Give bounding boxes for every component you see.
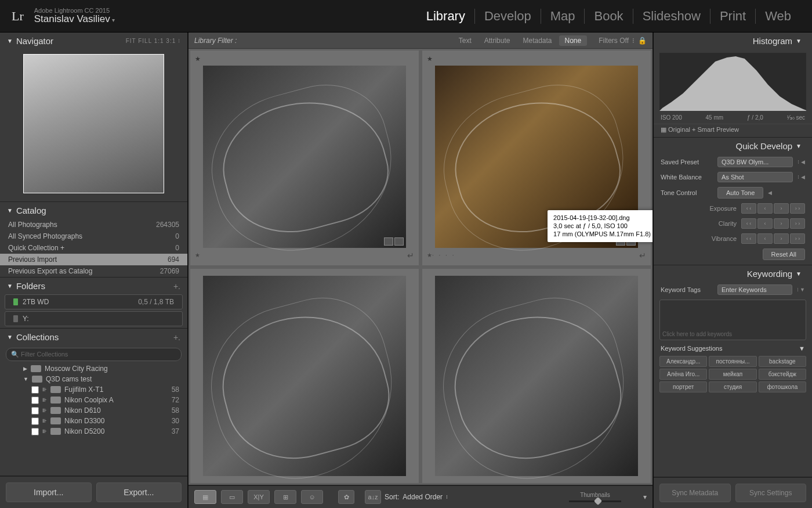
survey-view-button[interactable]: ⊞	[274, 490, 296, 504]
grid-cell[interactable]	[190, 269, 419, 484]
rating-dots[interactable]: · · · ·	[432, 252, 455, 258]
catalog-header[interactable]: ▼ Catalog	[0, 202, 187, 219]
people-view-button[interactable]: ☺	[301, 490, 323, 504]
module-develop[interactable]: Develop	[474, 9, 541, 24]
catalog-item[interactable]: All Photographs264305	[0, 219, 187, 230]
module-slideshow[interactable]: Slideshow	[633, 9, 710, 24]
folder-item[interactable]: 2TB WD0,5 / 1,8 TB	[5, 294, 183, 309]
collection-item[interactable]: ⊪Nikon D330030	[0, 416, 187, 426]
keyword-tag[interactable]: студия	[709, 381, 756, 392]
loupe-view-button[interactable]: ▭	[221, 490, 243, 504]
auto-tone-button[interactable]: Auto Tone	[717, 187, 763, 199]
thumbnail[interactable]	[203, 66, 406, 248]
filter-preset-menu-icon[interactable]: ⁝	[632, 37, 635, 45]
badge-icon[interactable]	[394, 237, 404, 246]
grid-cell[interactable]	[422, 269, 651, 484]
flag-icon[interactable]: ★	[195, 55, 201, 63]
rotate-icon[interactable]: ↵	[407, 251, 414, 260]
navigator-preview[interactable]	[23, 54, 164, 193]
collection-checkbox[interactable]	[31, 397, 39, 404]
keyword-tag[interactable]: постоянны...	[709, 356, 756, 367]
module-print[interactable]: Print	[710, 9, 755, 24]
module-web[interactable]: Web	[755, 9, 800, 24]
module-map[interactable]: Map	[541, 9, 585, 24]
disclosure-icon[interactable]: ◀	[768, 190, 772, 196]
keyword-textbox[interactable]: Click here to add keywords	[659, 300, 806, 340]
rating-star[interactable]: ★	[427, 252, 432, 258]
grid-cell[interactable]: ★ ★↵	[190, 51, 419, 265]
collection-item[interactable]: ⊪Fujifilm X-T158	[0, 384, 187, 395]
toolbar-menu-icon[interactable]: ▾	[643, 493, 647, 501]
catalog-item[interactable]: Previous Import694	[0, 254, 187, 265]
collection-item[interactable]: ⊪Nikon Coolpix A72	[0, 395, 187, 405]
flag-icon[interactable]: ★	[427, 55, 433, 63]
filter-lock-icon[interactable]: 🔒	[638, 37, 647, 45]
keyword-tag[interactable]: бэкстейдж	[759, 369, 806, 380]
folders-header[interactable]: ▼ Folders +.	[0, 278, 187, 294]
reset-all-button[interactable]: Reset All	[763, 248, 805, 260]
sync-settings-button[interactable]: Sync Settings	[735, 484, 807, 502]
navigator-header[interactable]: ▼ Navigator FIT FILL 1:1 3:1 ⁝	[0, 33, 187, 49]
disclosure-icon[interactable]: ⁝ ◀	[798, 174, 805, 180]
folders-add-icon[interactable]: +.	[173, 282, 180, 291]
keyword-tags-select[interactable]: Enter Keywords	[717, 284, 792, 295]
navigator-zoom-options[interactable]: FIT FILL 1:1 3:1 ⁝	[126, 38, 180, 44]
collection-item[interactable]: ▶Moscow City Racing	[0, 363, 187, 374]
sort-value[interactable]: Added Order	[403, 493, 443, 501]
export-button[interactable]: Export...	[96, 482, 182, 502]
filter-text[interactable]: Text	[453, 35, 477, 46]
quickdevelop-header[interactable]: Quick Develop ▼	[654, 138, 812, 154]
thumbnail-size-slider[interactable]	[569, 500, 621, 502]
filter-metadata[interactable]: Metadata	[517, 35, 557, 46]
collection-item[interactable]: ▼Q3D cams test	[0, 374, 187, 384]
catalog-item[interactable]: Previous Export as Catalog27069	[0, 265, 187, 277]
collections-add-icon[interactable]: +.	[173, 333, 180, 342]
grid-view-button[interactable]: ▦	[194, 490, 216, 504]
keywording-header[interactable]: Keywording ▼	[654, 265, 812, 282]
histogram-chart[interactable]	[659, 53, 806, 111]
folder-item[interactable]: Y:	[5, 311, 183, 326]
thumbnail[interactable]	[203, 276, 406, 477]
sync-metadata-button[interactable]: Sync Metadata	[659, 484, 731, 502]
badge-icon[interactable]	[384, 237, 393, 246]
white-balance-select[interactable]: As Shot	[717, 172, 793, 182]
keyword-tag[interactable]: портрет	[659, 381, 707, 392]
painter-tool-button[interactable]: ✿	[338, 490, 354, 504]
collection-checkbox[interactable]	[31, 428, 39, 435]
keyword-tag[interactable]: Александр...	[659, 356, 707, 367]
keyword-tag[interactable]: фотошкола	[759, 381, 806, 392]
sort-menu-icon[interactable]: ⁝	[446, 494, 448, 500]
rotate-icon[interactable]: ↵	[639, 251, 646, 260]
keyword-tag[interactable]: backstage	[759, 356, 806, 367]
saved-preset-select[interactable]: Q3D BW Olym...	[717, 157, 793, 167]
import-button[interactable]: Import...	[6, 482, 92, 502]
sort-direction-button[interactable]: a↓z	[365, 490, 381, 504]
thumbnail[interactable]	[435, 276, 638, 477]
module-library[interactable]: Library	[417, 9, 474, 24]
clarity-stepper[interactable]: ‹ ‹‹›› ›	[741, 218, 805, 229]
disclosure-icon[interactable]: ▼	[799, 345, 805, 352]
catalog-item[interactable]: All Synced Photographs0	[0, 230, 187, 242]
rating-star[interactable]: ★	[195, 252, 200, 258]
filter-attribute[interactable]: Attribute	[478, 35, 516, 46]
histogram-header[interactable]: Histogram ▼	[654, 33, 812, 49]
filter-none[interactable]: None	[559, 35, 588, 46]
disclosure-icon[interactable]: ⁝ ◀	[798, 159, 805, 165]
collection-checkbox[interactable]	[31, 407, 39, 415]
collections-search[interactable]: 🔍 Filter Collections	[6, 348, 182, 361]
grid-cell[interactable]: ★ ★ · · · ·↵ 2015-04-19-[19-32-00].dng 3…	[422, 51, 651, 265]
filters-off[interactable]: Filters Off	[599, 37, 629, 45]
collection-item[interactable]: ⊪Nikon D61058	[0, 405, 187, 416]
catalog-item[interactable]: Quick Collection +0	[0, 242, 187, 254]
collection-checkbox[interactable]	[31, 417, 39, 425]
collection-checkbox[interactable]	[31, 386, 39, 394]
user-menu[interactable]: Stanislav Vasiliev	[34, 14, 115, 25]
collections-header[interactable]: ▼ Collections +.	[0, 329, 187, 345]
module-book[interactable]: Book	[584, 9, 632, 24]
keyword-tag[interactable]: Алёна Иго...	[659, 369, 707, 380]
disclosure-icon[interactable]: ⁝ ▼	[797, 287, 805, 293]
exposure-stepper[interactable]: ‹ ‹‹›› ›	[741, 203, 805, 214]
compare-view-button[interactable]: X|Y	[248, 490, 270, 504]
vibrance-stepper[interactable]: ‹ ‹‹›› ›	[741, 233, 805, 244]
collection-item[interactable]: ⊪Nikon D520037	[0, 426, 187, 437]
